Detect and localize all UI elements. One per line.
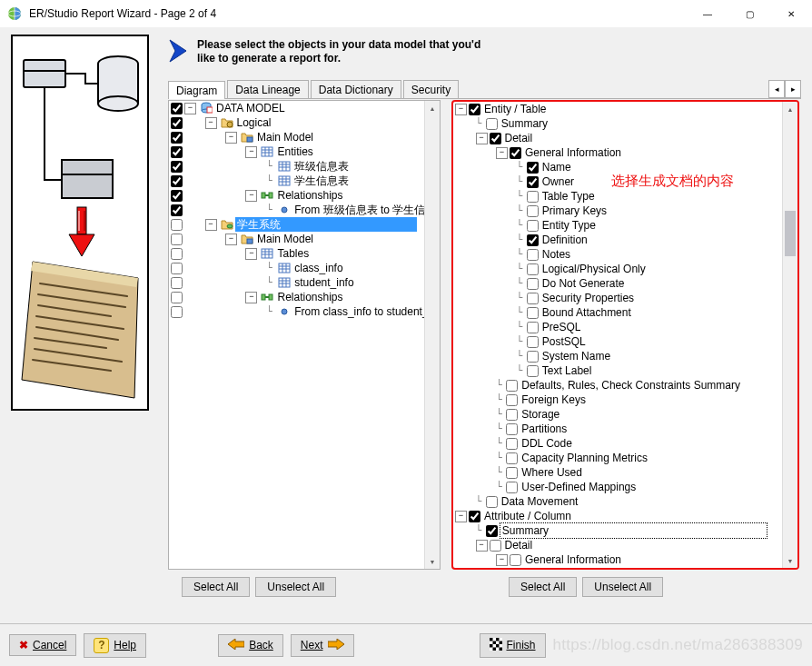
tree-row[interactable]: └ Partitions [453,422,783,436]
tree-row[interactable]: −Entities [169,144,425,159]
tree-checkbox[interactable] [506,394,518,406]
tree-checkbox[interactable] [527,293,539,304]
tree-checkbox[interactable] [527,263,539,275]
tree-row[interactable]: └ Storage [453,407,783,422]
tree-row[interactable]: └ Notes [453,247,783,262]
tree-checkbox[interactable] [171,277,183,289]
tree-checkbox[interactable] [527,162,539,174]
tree-checkbox[interactable] [171,103,183,114]
tree-checkbox[interactable] [527,307,539,319]
tree-checkbox[interactable] [506,482,518,493]
tree-row[interactable]: └ Text Label [453,363,783,378]
tree-toggle[interactable]: − [476,133,488,144]
minimize-button[interactable]: — [687,0,728,27]
tree-row[interactable]: └ DDL Code [453,436,783,451]
next-button[interactable]: Next [291,634,354,657]
left-unselect-all-button[interactable]: Unselect All [255,577,336,597]
tree-checkbox[interactable] [527,176,539,188]
tab-data-dictionary[interactable]: Data Dictionary [311,80,401,98]
tree-checkbox[interactable] [171,132,183,144]
tree-toggle[interactable]: − [245,146,257,158]
tree-toggle[interactable]: − [455,104,467,115]
tree-row[interactable]: └ Entity Type [453,218,783,233]
tree-row[interactable]: └ Attribute Name [453,567,783,568]
tree-row[interactable]: └ Defaults, Rules, Check Constraints Sum… [453,378,783,393]
help-button[interactable]: ? Help [84,633,146,658]
tree-checkbox[interactable] [486,118,498,130]
options-tree-scrollbar[interactable]: ▲▼ [782,102,797,568]
tree-toggle[interactable]: − [245,248,257,260]
tree-row[interactable]: └ Foreign Keys [453,393,783,407]
tree-row[interactable]: └ Data Movement [453,494,783,509]
tree-checkbox[interactable] [527,351,539,363]
tree-checkbox[interactable] [527,220,539,232]
tree-row[interactable]: −Relationships [169,290,425,304]
tree-toggle[interactable]: − [476,540,488,552]
tree-row[interactable]: −Main Model [169,232,425,246]
tree-checkbox[interactable] [490,540,501,552]
tree-row[interactable]: └ 班级信息表 [169,159,425,174]
tree-checkbox[interactable] [171,146,183,158]
tree-row[interactable]: └ Bound Attachment [453,305,783,320]
tree-row[interactable]: └ class_info [169,261,425,275]
object-tree-scrollbar[interactable]: ▲▼ [424,101,440,569]
tree-checkbox[interactable] [171,306,183,318]
tree-row[interactable]: −学生系统 [169,217,425,232]
tree-row[interactable]: └ Logical/Physical Only [453,262,783,276]
tree-row[interactable]: −Tables [169,246,425,261]
tree-toggle[interactable]: − [184,103,196,114]
tree-checkbox[interactable] [171,161,183,173]
tree-row[interactable]: └ Security Properties [453,291,783,305]
tree-toggle[interactable]: − [225,234,237,245]
tree-row[interactable]: −Attribute / Column [453,509,783,523]
tree-row[interactable]: └ From class_info to student_info [169,304,425,319]
tree-row[interactable]: └ Capacity Planning Metrics [453,451,783,465]
tree-checkbox[interactable] [469,511,480,522]
tab-scroll-right[interactable]: ▸ [785,80,801,98]
tree-checkbox[interactable] [171,219,183,231]
close-button[interactable]: ✕ [770,0,812,27]
left-select-all-button[interactable]: Select All [182,577,250,597]
tree-checkbox[interactable] [469,104,480,115]
tree-toggle[interactable]: − [205,117,217,129]
tree-checkbox[interactable] [171,117,183,129]
tree-row[interactable]: └ Primary Keys [453,204,783,218]
tree-toggle[interactable]: − [225,132,237,144]
tree-row[interactable]: └ Where Used [453,465,783,480]
tree-row[interactable]: └ student_info [169,275,425,290]
tree-checkbox[interactable] [527,365,539,377]
tree-checkbox[interactable] [506,380,518,392]
tree-row[interactable]: −Relationships [169,188,425,203]
maximize-button[interactable]: ▢ [728,0,770,27]
tree-row[interactable]: └ Do Not Generate [453,276,783,291]
tab-security[interactable]: Security [403,80,459,98]
tree-checkbox[interactable] [171,248,183,260]
tree-checkbox[interactable] [171,190,183,202]
tab-diagram[interactable]: Diagram [168,81,225,99]
tree-checkbox[interactable] [486,496,498,508]
tree-row[interactable]: └ Definition [453,233,783,247]
tree-checkbox[interactable] [171,204,183,216]
tree-row[interactable]: −Main Model [169,130,425,144]
tree-row[interactable]: −General Information [453,552,783,567]
object-tree[interactable]: −DATA MODEL −Logical −Main Model −Entiti… [169,101,425,569]
tree-row[interactable]: └ Summary [453,116,783,131]
back-button[interactable]: Back [218,634,283,657]
tree-checkbox[interactable] [510,147,521,159]
tree-row[interactable]: −Detail [453,131,783,145]
right-unselect-all-button[interactable]: Unselect All [582,577,663,597]
tree-checkbox[interactable] [527,322,539,333]
tree-row[interactable]: └ Summary [453,523,783,538]
tree-checkbox[interactable] [527,205,539,217]
tree-row[interactable]: └ User-Defined Mappings [453,480,783,494]
tree-checkbox[interactable] [527,336,539,348]
tab-data-lineage[interactable]: Data Lineage [227,80,308,98]
tree-row[interactable]: −DATA MODEL [169,101,425,115]
tree-row[interactable]: └ System Name [453,349,783,363]
tree-checkbox[interactable] [527,278,539,290]
right-select-all-button[interactable]: Select All [509,577,577,597]
tree-row[interactable]: └ 学生信息表 [169,174,425,188]
tree-checkbox[interactable] [506,409,518,421]
cancel-button[interactable]: ✖ Cancel [9,634,76,656]
tree-row[interactable]: └ Table Type [453,189,783,204]
